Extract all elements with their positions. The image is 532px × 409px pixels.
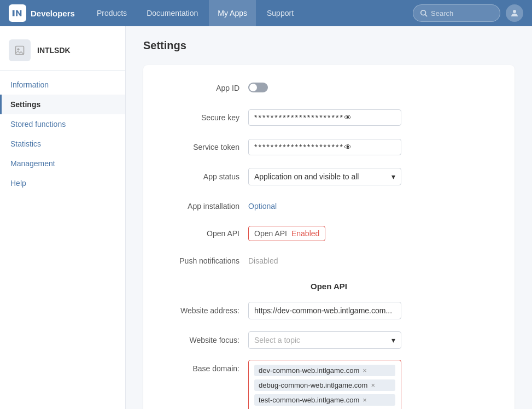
app-id-row: App ID — [161, 78, 497, 98]
sidebar-item-settings[interactable]: Settings — [0, 95, 125, 114]
app-id-label: App ID — [161, 84, 248, 92]
layout: INTLSDK Information Settings Stored func… — [0, 26, 532, 409]
push-notifications-row: Push notifications Disabled — [161, 251, 497, 271]
push-notifications-value: Disabled — [248, 256, 423, 265]
app-installation-label: App installation — [161, 202, 248, 211]
main-content: Settings App ID Secure key *************… — [126, 26, 532, 409]
service-token-field: ********************** 👁 — [248, 139, 423, 155]
website-address-label: Website address: — [161, 306, 248, 315]
sidebar-item-information[interactable]: Information — [0, 75, 125, 95]
nav-support[interactable]: Support — [258, 0, 302, 26]
sidebar-app: INTLSDK — [0, 35, 125, 71]
app-status-value: Application on and visible to all — [254, 172, 359, 181]
app-installation-value: Optional — [248, 202, 423, 211]
service-token-row: Service token ********************** 👁 — [161, 137, 497, 157]
push-notifications-label: Push notifications — [161, 256, 248, 265]
sidebar: INTLSDK Information Settings Stored func… — [0, 26, 126, 409]
search-bar[interactable]: Search — [413, 4, 500, 22]
svg-point-4 — [17, 48, 19, 50]
push-notifications-status: Disabled — [248, 256, 278, 265]
page-title: Settings — [143, 39, 515, 52]
app-id-switch[interactable] — [248, 83, 268, 92]
app-installation-row: App installation Optional — [161, 196, 497, 216]
sidebar-item-management[interactable]: Management — [0, 154, 125, 173]
nav-documentation[interactable]: Documentation — [138, 0, 207, 26]
app-status-field: Application on and visible to all ▾ — [248, 168, 423, 185]
secure-key-value: ********************** — [254, 113, 344, 122]
domain-tag-0: dev-common-web.intlgame.com × — [254, 365, 395, 376]
domain-tag-0-text: dev-common-web.intlgame.com — [259, 366, 359, 375]
domain-tag-1-remove[interactable]: × — [371, 382, 375, 389]
svg-point-2 — [513, 10, 516, 13]
vk-logo-icon — [9, 4, 26, 22]
website-address-input[interactable] — [248, 302, 401, 319]
app-installation-link[interactable]: Optional — [248, 202, 277, 211]
service-token-label: Service token — [161, 143, 248, 151]
base-domain-box[interactable]: dev-common-web.intlgame.com × debug-comm… — [248, 360, 401, 409]
svg-line-1 — [425, 15, 428, 17]
domain-tag-1: debug-common-web.intlgame.com × — [254, 379, 395, 391]
website-address-row: Website address: — [161, 301, 497, 320]
user-avatar[interactable] — [506, 4, 523, 22]
header-nav: Products Documentation My Apps Support — [88, 0, 413, 26]
header: Developers Products Documentation My App… — [0, 0, 532, 26]
app-icon — [9, 39, 31, 61]
open-api-label: Open API — [161, 229, 248, 238]
chevron-down-icon: ▾ — [391, 172, 395, 181]
open-api-box[interactable]: Open API Enabled — [248, 226, 325, 241]
service-token-value: ********************** — [254, 143, 344, 151]
sidebar-nav: Information Settings Stored functions St… — [0, 75, 125, 193]
app-id-toggle[interactable] — [248, 83, 423, 94]
domain-tag-2-text: test-common-web.intlgame.com — [259, 396, 359, 404]
website-focus-chevron-icon: ▾ — [391, 336, 395, 344]
sidebar-item-stored-functions[interactable]: Stored functions — [0, 114, 125, 134]
secure-key-field: ********************** 👁 — [248, 109, 423, 126]
secure-key-row: Secure key ********************** 👁 — [161, 108, 497, 127]
secure-key-eye-icon[interactable]: 👁 — [344, 113, 395, 122]
website-focus-label: Website focus: — [161, 336, 248, 344]
domain-tag-2-remove[interactable]: × — [363, 396, 367, 404]
secure-key-label: Secure key — [161, 113, 248, 122]
website-focus-field: Select a topic ▾ — [248, 331, 423, 349]
avatar-icon — [510, 8, 519, 18]
nav-products[interactable]: Products — [88, 0, 136, 26]
settings-card: App ID Secure key **********************… — [143, 65, 515, 409]
website-focus-placeholder: Select a topic — [254, 336, 300, 344]
open-api-box-label: Open API — [254, 229, 287, 238]
nav-myapps[interactable]: My Apps — [209, 0, 256, 26]
app-name: INTLSDK — [37, 46, 71, 55]
open-api-row: Open API Open API Enabled — [161, 226, 497, 241]
domain-tag-1-text: debug-common-web.intlgame.com — [259, 381, 367, 389]
logo-text: Developers — [31, 9, 75, 18]
base-domain-label: Base domain: — [161, 360, 248, 373]
secure-key-input[interactable]: ********************** 👁 — [248, 109, 401, 126]
app-status-select[interactable]: Application on and visible to all ▾ — [248, 168, 401, 185]
sidebar-item-help[interactable]: Help — [0, 173, 125, 193]
base-domain-row: Base domain: dev-common-web.intlgame.com… — [161, 360, 497, 409]
service-token-input[interactable]: ********************** 👁 — [248, 139, 401, 155]
app-status-row: App status Application on and visible to… — [161, 167, 497, 186]
app-status-label: App status — [161, 172, 248, 181]
search-placeholder: Search — [431, 9, 453, 17]
svg-point-0 — [421, 10, 426, 15]
sidebar-item-statistics[interactable]: Statistics — [0, 134, 125, 154]
service-token-eye-icon[interactable]: 👁 — [344, 143, 395, 151]
website-focus-row: Website focus: Select a topic ▾ — [161, 330, 497, 350]
domain-tag-2: test-common-web.intlgame.com × — [254, 394, 395, 406]
website-focus-select[interactable]: Select a topic ▾ — [248, 331, 401, 349]
open-api-enabled-badge: Enabled — [291, 229, 319, 238]
logo[interactable]: Developers — [9, 4, 75, 22]
search-icon — [420, 9, 428, 17]
open-api-section-heading: Open API — [161, 282, 497, 291]
website-address-field — [248, 302, 423, 319]
domain-tag-0-remove[interactable]: × — [363, 367, 367, 374]
